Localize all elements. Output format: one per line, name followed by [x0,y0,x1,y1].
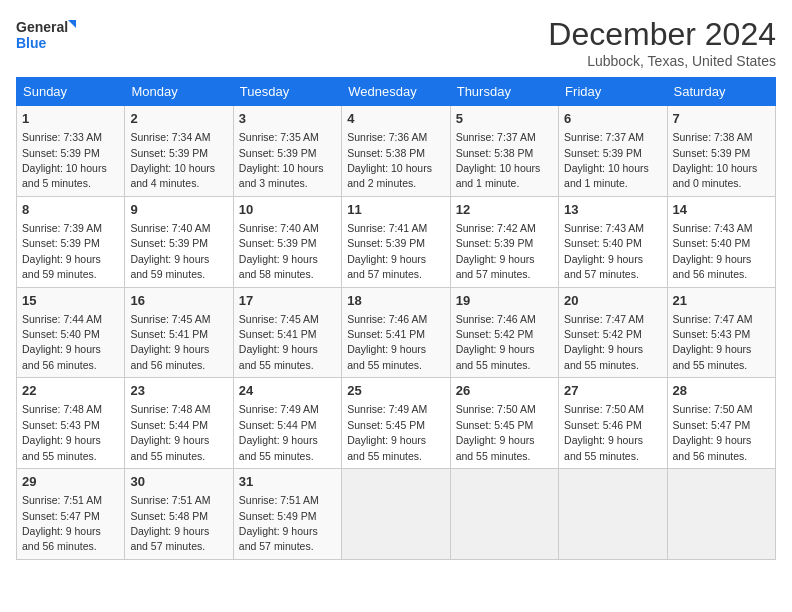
page-header: General Blue December 2024 Lubbock, Texa… [16,16,776,69]
day-info: Sunrise: 7:33 AMSunset: 5:39 PMDaylight:… [22,131,107,189]
day-info: Sunrise: 7:47 AMSunset: 5:42 PMDaylight:… [564,313,644,371]
day-number: 22 [22,382,119,400]
day-cell: 11Sunrise: 7:41 AMSunset: 5:39 PMDayligh… [342,196,450,287]
day-number: 26 [456,382,553,400]
day-number: 16 [130,292,227,310]
day-info: Sunrise: 7:45 AMSunset: 5:41 PMDaylight:… [130,313,210,371]
day-cell [342,469,450,560]
week-row-3: 15Sunrise: 7:44 AMSunset: 5:40 PMDayligh… [17,287,776,378]
header-cell-tuesday: Tuesday [233,78,341,106]
day-number: 3 [239,110,336,128]
day-number: 23 [130,382,227,400]
day-number: 9 [130,201,227,219]
day-info: Sunrise: 7:37 AMSunset: 5:38 PMDaylight:… [456,131,541,189]
logo: General Blue [16,16,76,56]
day-number: 14 [673,201,770,219]
day-info: Sunrise: 7:43 AMSunset: 5:40 PMDaylight:… [673,222,753,280]
day-info: Sunrise: 7:41 AMSunset: 5:39 PMDaylight:… [347,222,427,280]
day-number: 19 [456,292,553,310]
calendar-table: SundayMondayTuesdayWednesdayThursdayFrid… [16,77,776,560]
day-number: 25 [347,382,444,400]
week-row-1: 1Sunrise: 7:33 AMSunset: 5:39 PMDaylight… [17,106,776,197]
header-cell-saturday: Saturday [667,78,775,106]
day-info: Sunrise: 7:46 AMSunset: 5:42 PMDaylight:… [456,313,536,371]
day-number: 12 [456,201,553,219]
day-number: 4 [347,110,444,128]
day-info: Sunrise: 7:50 AMSunset: 5:45 PMDaylight:… [456,403,536,461]
day-cell: 17Sunrise: 7:45 AMSunset: 5:41 PMDayligh… [233,287,341,378]
day-cell: 22Sunrise: 7:48 AMSunset: 5:43 PMDayligh… [17,378,125,469]
day-number: 30 [130,473,227,491]
day-info: Sunrise: 7:38 AMSunset: 5:39 PMDaylight:… [673,131,758,189]
month-title: December 2024 [548,16,776,53]
day-cell: 20Sunrise: 7:47 AMSunset: 5:42 PMDayligh… [559,287,667,378]
header-cell-wednesday: Wednesday [342,78,450,106]
day-cell: 27Sunrise: 7:50 AMSunset: 5:46 PMDayligh… [559,378,667,469]
header-cell-friday: Friday [559,78,667,106]
day-info: Sunrise: 7:42 AMSunset: 5:39 PMDaylight:… [456,222,536,280]
day-info: Sunrise: 7:36 AMSunset: 5:38 PMDaylight:… [347,131,432,189]
week-row-5: 29Sunrise: 7:51 AMSunset: 5:47 PMDayligh… [17,469,776,560]
day-cell: 7Sunrise: 7:38 AMSunset: 5:39 PMDaylight… [667,106,775,197]
day-cell: 28Sunrise: 7:50 AMSunset: 5:47 PMDayligh… [667,378,775,469]
header-cell-monday: Monday [125,78,233,106]
day-cell: 5Sunrise: 7:37 AMSunset: 5:38 PMDaylight… [450,106,558,197]
svg-text:Blue: Blue [16,35,47,51]
day-cell: 16Sunrise: 7:45 AMSunset: 5:41 PMDayligh… [125,287,233,378]
day-cell [450,469,558,560]
day-info: Sunrise: 7:51 AMSunset: 5:47 PMDaylight:… [22,494,102,552]
day-number: 29 [22,473,119,491]
svg-text:General: General [16,19,68,35]
day-cell [667,469,775,560]
header-cell-thursday: Thursday [450,78,558,106]
day-cell: 2Sunrise: 7:34 AMSunset: 5:39 PMDaylight… [125,106,233,197]
day-number: 21 [673,292,770,310]
day-cell: 1Sunrise: 7:33 AMSunset: 5:39 PMDaylight… [17,106,125,197]
day-cell: 13Sunrise: 7:43 AMSunset: 5:40 PMDayligh… [559,196,667,287]
day-cell: 29Sunrise: 7:51 AMSunset: 5:47 PMDayligh… [17,469,125,560]
day-number: 7 [673,110,770,128]
day-number: 15 [22,292,119,310]
day-cell: 31Sunrise: 7:51 AMSunset: 5:49 PMDayligh… [233,469,341,560]
day-info: Sunrise: 7:46 AMSunset: 5:41 PMDaylight:… [347,313,427,371]
week-row-2: 8Sunrise: 7:39 AMSunset: 5:39 PMDaylight… [17,196,776,287]
day-info: Sunrise: 7:44 AMSunset: 5:40 PMDaylight:… [22,313,102,371]
day-info: Sunrise: 7:39 AMSunset: 5:39 PMDaylight:… [22,222,102,280]
day-number: 6 [564,110,661,128]
week-row-4: 22Sunrise: 7:48 AMSunset: 5:43 PMDayligh… [17,378,776,469]
day-cell: 8Sunrise: 7:39 AMSunset: 5:39 PMDaylight… [17,196,125,287]
day-cell: 19Sunrise: 7:46 AMSunset: 5:42 PMDayligh… [450,287,558,378]
day-number: 31 [239,473,336,491]
day-cell: 6Sunrise: 7:37 AMSunset: 5:39 PMDaylight… [559,106,667,197]
day-cell: 21Sunrise: 7:47 AMSunset: 5:43 PMDayligh… [667,287,775,378]
day-info: Sunrise: 7:45 AMSunset: 5:41 PMDaylight:… [239,313,319,371]
day-cell: 24Sunrise: 7:49 AMSunset: 5:44 PMDayligh… [233,378,341,469]
day-info: Sunrise: 7:48 AMSunset: 5:44 PMDaylight:… [130,403,210,461]
day-cell: 4Sunrise: 7:36 AMSunset: 5:38 PMDaylight… [342,106,450,197]
day-cell: 12Sunrise: 7:42 AMSunset: 5:39 PMDayligh… [450,196,558,287]
day-number: 28 [673,382,770,400]
day-number: 20 [564,292,661,310]
day-number: 11 [347,201,444,219]
day-cell: 23Sunrise: 7:48 AMSunset: 5:44 PMDayligh… [125,378,233,469]
header-cell-sunday: Sunday [17,78,125,106]
day-info: Sunrise: 7:51 AMSunset: 5:49 PMDaylight:… [239,494,319,552]
day-cell: 9Sunrise: 7:40 AMSunset: 5:39 PMDaylight… [125,196,233,287]
day-number: 17 [239,292,336,310]
day-number: 18 [347,292,444,310]
header-row: SundayMondayTuesdayWednesdayThursdayFrid… [17,78,776,106]
day-info: Sunrise: 7:40 AMSunset: 5:39 PMDaylight:… [239,222,319,280]
day-number: 24 [239,382,336,400]
day-info: Sunrise: 7:51 AMSunset: 5:48 PMDaylight:… [130,494,210,552]
day-number: 1 [22,110,119,128]
day-cell: 15Sunrise: 7:44 AMSunset: 5:40 PMDayligh… [17,287,125,378]
day-info: Sunrise: 7:37 AMSunset: 5:39 PMDaylight:… [564,131,649,189]
day-info: Sunrise: 7:34 AMSunset: 5:39 PMDaylight:… [130,131,215,189]
day-info: Sunrise: 7:47 AMSunset: 5:43 PMDaylight:… [673,313,753,371]
day-number: 5 [456,110,553,128]
day-info: Sunrise: 7:48 AMSunset: 5:43 PMDaylight:… [22,403,102,461]
day-info: Sunrise: 7:50 AMSunset: 5:46 PMDaylight:… [564,403,644,461]
day-cell: 25Sunrise: 7:49 AMSunset: 5:45 PMDayligh… [342,378,450,469]
day-cell: 10Sunrise: 7:40 AMSunset: 5:39 PMDayligh… [233,196,341,287]
day-info: Sunrise: 7:43 AMSunset: 5:40 PMDaylight:… [564,222,644,280]
